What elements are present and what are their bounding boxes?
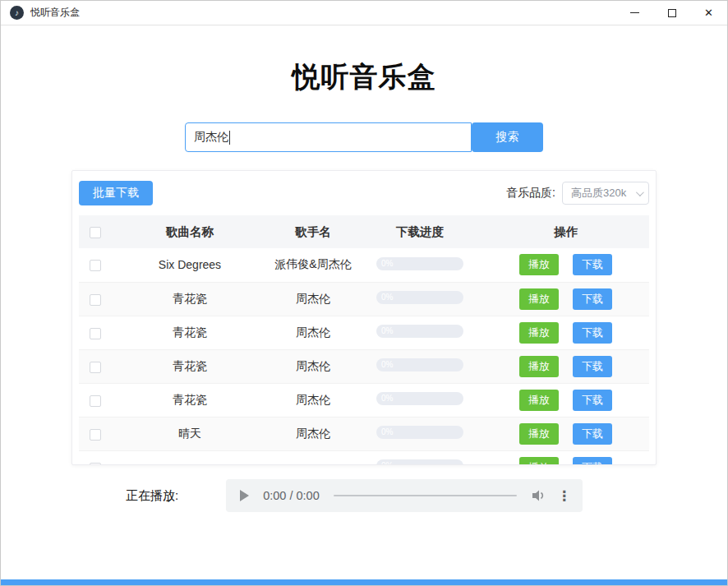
download-button[interactable]: 下载 (573, 322, 612, 344)
table-row: 青花瓷 周杰伦 0% 播放 下载 (79, 349, 649, 383)
close-button[interactable]: ✕ (690, 1, 727, 25)
batch-download-button[interactable]: 批量下载 (79, 181, 153, 205)
table-row: 0% 播放 下载 (79, 450, 649, 464)
song-name-cell: 青花瓷 (112, 282, 268, 316)
maximize-icon (668, 9, 676, 17)
app-icon: ♪ (10, 6, 24, 20)
artist-name-cell (268, 450, 358, 464)
song-name-cell: 青花瓷 (112, 349, 268, 383)
song-table-wrap: 歌曲名称 歌手名 下载进度 操作 Six Degrees 派伟俊&周杰伦 0% … (79, 215, 649, 464)
download-button[interactable]: 下载 (573, 423, 612, 445)
song-name-cell: Six Degrees (112, 248, 268, 282)
audio-player[interactable]: 0:00 / 0:00 ⋮ (226, 479, 583, 512)
column-header-progress: 下载进度 (358, 215, 481, 248)
quality-label: 音乐品质: (506, 186, 555, 201)
bottom-accent-bar (1, 579, 727, 585)
titlebar: ♪ 悦听音乐盒 ✕ (1, 1, 727, 25)
play-button[interactable]: 播放 (519, 288, 559, 310)
column-header-actions: 操作 (481, 215, 649, 248)
download-progress-bar: 0% (376, 291, 463, 304)
table-row: 青花瓷 周杰伦 0% 播放 下载 (79, 282, 649, 316)
artist-name-cell: 周杰伦 (268, 349, 358, 383)
song-table: 歌曲名称 歌手名 下载进度 操作 Six Degrees 派伟俊&周杰伦 0% … (79, 215, 649, 464)
table-header-row: 歌曲名称 歌手名 下载进度 操作 (79, 215, 649, 248)
player-time: 0:00 / 0:00 (263, 489, 320, 502)
quality-select[interactable]: 高品质320k (562, 182, 649, 205)
artist-name-cell: 周杰伦 (268, 383, 358, 417)
download-button[interactable]: 下载 (573, 390, 612, 411)
minimize-icon (630, 12, 639, 13)
download-progress-bar: 0% (376, 358, 463, 371)
download-progress-bar: 0% (376, 426, 463, 439)
download-progress-bar: 0% (376, 392, 463, 405)
row-checkbox[interactable] (90, 294, 101, 306)
table-row: 青花瓷 周杰伦 0% 播放 下载 (79, 316, 649, 349)
song-name-cell: 晴天 (112, 417, 268, 450)
close-icon: ✕ (704, 7, 713, 18)
window-title: 悦听音乐盒 (30, 6, 616, 20)
table-row: Six Degrees 派伟俊&周杰伦 0% 播放 下载 (79, 248, 649, 282)
song-name-cell: 青花瓷 (112, 316, 268, 349)
play-button[interactable]: 播放 (519, 254, 559, 275)
column-header-song: 歌曲名称 (112, 215, 268, 248)
volume-icon[interactable] (532, 489, 546, 502)
play-button[interactable]: 播放 (519, 322, 559, 344)
row-checkbox[interactable] (90, 395, 101, 407)
quality-select-value: 高品质320k (571, 186, 626, 201)
now-playing-label: 正在播放: (126, 488, 178, 504)
page-title: 悦听音乐盒 (1, 58, 727, 96)
play-button[interactable]: 播放 (519, 423, 559, 445)
player-row: 正在播放: 0:00 / 0:00 ⋮ (1, 479, 727, 512)
table-row: 青花瓷 周杰伦 0% 播放 下载 (79, 383, 649, 417)
select-all-checkbox[interactable] (90, 227, 101, 238)
overflow-menu-icon[interactable]: ⋮ (557, 489, 571, 503)
row-checkbox[interactable] (90, 328, 101, 339)
play-button[interactable]: 播放 (519, 457, 559, 465)
song-name-cell (112, 450, 268, 464)
search-input-value: 周杰伦 (194, 130, 228, 145)
artist-name-cell: 周杰伦 (268, 282, 358, 316)
chevron-down-icon (636, 188, 644, 196)
row-checkbox[interactable] (90, 260, 101, 271)
search-row: 周杰伦 搜索 (1, 122, 727, 152)
download-button[interactable]: 下载 (573, 288, 612, 310)
play-button[interactable]: 播放 (519, 390, 559, 411)
results-card: 批量下载 音乐品质: 高品质320k 歌曲名称 (71, 170, 657, 465)
artist-name-cell: 周杰伦 (268, 316, 358, 349)
download-progress-bar: 0% (376, 459, 463, 464)
download-button[interactable]: 下载 (573, 254, 612, 275)
search-input[interactable]: 周杰伦 (185, 122, 472, 152)
card-toolbar: 批量下载 音乐品质: 高品质320k (79, 181, 649, 205)
download-button[interactable]: 下载 (573, 457, 612, 465)
table-row: 晴天 周杰伦 0% 播放 下载 (79, 417, 649, 450)
text-caret (229, 131, 230, 145)
song-name-cell: 青花瓷 (112, 383, 268, 417)
artist-name-cell: 周杰伦 (268, 417, 358, 450)
row-checkbox[interactable] (90, 362, 101, 373)
table-body: Six Degrees 派伟俊&周杰伦 0% 播放 下载 青花瓷 周杰伦 0% … (79, 248, 649, 464)
download-progress-bar: 0% (376, 325, 463, 338)
download-progress-bar: 0% (376, 257, 463, 270)
quality-group: 音乐品质: 高品质320k (506, 182, 649, 205)
seek-bar[interactable] (334, 495, 517, 497)
column-header-artist: 歌手名 (268, 215, 358, 248)
play-icon[interactable] (240, 490, 249, 501)
play-button[interactable]: 播放 (519, 356, 559, 377)
row-checkbox[interactable] (90, 429, 101, 441)
minimize-button[interactable] (616, 1, 653, 25)
download-button[interactable]: 下载 (573, 356, 612, 377)
row-checkbox[interactable] (90, 463, 101, 464)
search-button[interactable]: 搜索 (472, 122, 543, 152)
artist-name-cell: 派伟俊&周杰伦 (268, 248, 358, 282)
app-window: ♪ 悦听音乐盒 ✕ 悦听音乐盒 周杰伦 搜索 批量下载 音乐品质: 高品质320… (0, 0, 728, 586)
maximize-button[interactable] (653, 1, 690, 25)
